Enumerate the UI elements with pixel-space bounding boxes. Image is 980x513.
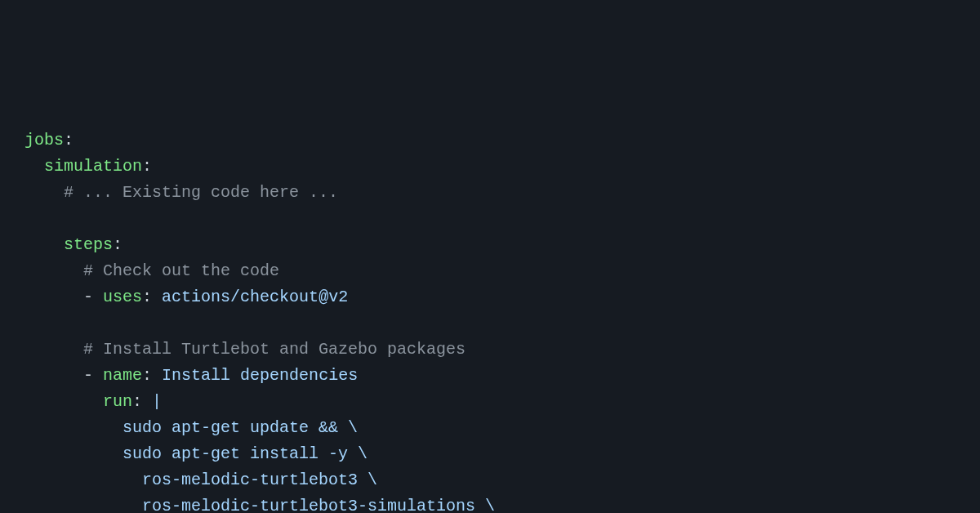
colon: :: [142, 366, 152, 385]
yaml-comment: # Check out the code: [83, 261, 279, 280]
yaml-dash: -: [83, 288, 93, 306]
yaml-pipe: |: [152, 392, 162, 411]
colon: :: [142, 157, 152, 176]
colon: :: [132, 392, 142, 411]
yaml-value: Install dependencies: [162, 366, 358, 385]
yaml-value: ros-melodic-turtlebot3-simulations \: [142, 497, 495, 513]
yaml-value: actions/checkout@v2: [162, 288, 348, 306]
colon: :: [64, 131, 74, 149]
yaml-key: run: [103, 392, 132, 411]
yaml-key: name: [103, 366, 142, 385]
yaml-comment: # Install Turtlebot and Gazebo packages: [83, 340, 466, 359]
yaml-value: sudo apt-get update && \: [122, 418, 358, 437]
yaml-comment: # ... Existing code here ...: [64, 183, 338, 202]
yaml-key: simulation: [44, 157, 142, 176]
yaml-value: sudo apt-get install -y \: [122, 444, 368, 463]
colon: :: [113, 235, 122, 254]
yaml-dash: -: [83, 366, 93, 385]
yaml-key: uses: [103, 288, 142, 306]
yaml-key: jobs: [24, 131, 64, 149]
yaml-key: steps: [64, 235, 113, 254]
yaml-value: ros-melodic-turtlebot3 \: [142, 471, 377, 489]
code-block: jobs: simulation: # ... Existing code he…: [24, 127, 956, 513]
colon: :: [142, 288, 152, 306]
